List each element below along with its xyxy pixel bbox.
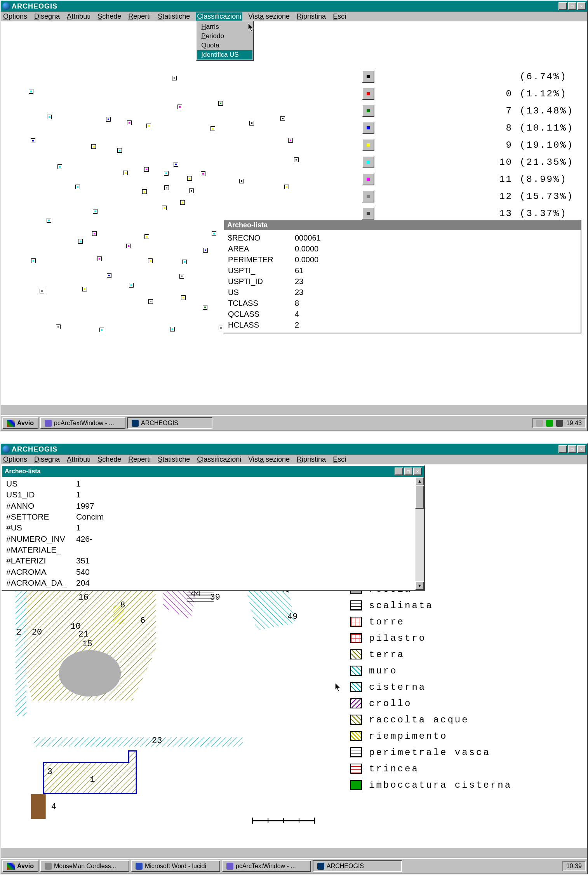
scatter-point[interactable] — [117, 148, 122, 153]
taskbar-task[interactable]: pcArcTextWindow - ... — [222, 860, 311, 872]
scrollbar-vertical[interactable]: ▲ ▼ — [415, 477, 424, 590]
menu-classificazioni[interactable]: Classificazioni Harris Periodo Quota Ide… — [196, 12, 242, 21]
maximize-button[interactable]: ❐ — [568, 2, 576, 10]
taskbar-task[interactable]: ARCHEOGIS — [127, 417, 212, 429]
menu-vista-sezione[interactable]: Vista sezione — [248, 12, 290, 21]
scatter-point[interactable] — [164, 185, 169, 190]
archeo-lista-window[interactable]: Archeo-lista _ □ × US1US1_ID1#ANNO1997#S… — [2, 465, 425, 591]
minimize-button[interactable]: _ — [558, 445, 567, 453]
menu-classificazioni[interactable]: Classificazioni — [197, 455, 241, 464]
scatter-point[interactable] — [78, 239, 83, 244]
titlebar[interactable]: ARCHEOGIS _ ❐ × — [1, 1, 587, 12]
dropdown-periodo[interactable]: Periodo — [197, 31, 252, 41]
scroll-down-icon[interactable]: ▼ — [415, 581, 424, 590]
scatter-point[interactable] — [126, 244, 131, 248]
scatter-point[interactable] — [201, 171, 205, 176]
scatter-point[interactable] — [47, 218, 51, 223]
scatter-point[interactable] — [127, 120, 132, 125]
scatter-point[interactable] — [239, 179, 244, 183]
scatter-point[interactable] — [56, 324, 61, 329]
scatter-point[interactable] — [170, 327, 175, 331]
taskbar-task[interactable]: pcArcTextWindow - ... — [40, 417, 125, 429]
scatter-point[interactable] — [123, 171, 128, 175]
scatter-point[interactable] — [284, 185, 289, 189]
scroll-thumb[interactable] — [415, 485, 424, 509]
scatter-point[interactable] — [144, 234, 149, 239]
archeo-lista-panel[interactable]: Archeo-lista $RECNO000061AREA0.0000PERIM… — [223, 220, 581, 333]
lista-minimize-button[interactable]: _ — [395, 467, 403, 475]
scatter-point[interactable] — [210, 126, 215, 131]
titlebar-2[interactable]: ARCHEOGIS _ ❐ × — [1, 444, 587, 455]
canvas-area[interactable]: (6.74%)0(1.12%)7(13.48%)8(10.11%)9(19.10… — [1, 21, 587, 404]
scroll-up-icon[interactable]: ▲ — [415, 477, 424, 485]
scatter-point[interactable] — [57, 164, 62, 169]
dropdown-identifica-us[interactable]: Identifica US — [197, 50, 252, 59]
menu-attributi[interactable]: Attributi — [67, 455, 90, 464]
scatter-point[interactable] — [219, 326, 223, 330]
maximize-button[interactable]: ❐ — [568, 445, 576, 453]
scatter-point[interactable] — [148, 258, 153, 263]
system-tray[interactable]: 19.43 — [532, 418, 586, 428]
scatter-point[interactable] — [187, 176, 192, 181]
scatter-point[interactable] — [47, 115, 52, 119]
scatter-point[interactable] — [29, 89, 33, 94]
lista-close-button[interactable]: × — [413, 467, 422, 475]
dropdown-quota[interactable]: Quota — [197, 41, 252, 50]
scatter-point[interactable] — [164, 171, 169, 176]
menu-statistiche[interactable]: Statistiche — [158, 455, 190, 464]
scatter-point[interactable] — [91, 144, 96, 149]
menu-ripristina[interactable]: Ripristina — [297, 455, 326, 464]
scatter-point[interactable] — [203, 305, 207, 310]
start-button-2[interactable]: Avvio — [2, 860, 38, 872]
minimize-button[interactable]: _ — [558, 2, 567, 10]
scatter-point[interactable] — [172, 76, 177, 80]
taskbar-task[interactable]: ARCHEOGIS — [313, 860, 402, 872]
scatter-point[interactable] — [31, 138, 35, 143]
menu-esci[interactable]: Esci — [333, 12, 346, 21]
scatter-point[interactable] — [189, 188, 194, 193]
scatter-point[interactable] — [203, 248, 208, 253]
menu-statistiche[interactable]: Statistiche — [158, 12, 190, 21]
scatter-point[interactable] — [144, 167, 149, 172]
scatter-point[interactable] — [129, 283, 134, 288]
menu-schede[interactable]: Schede — [97, 12, 121, 21]
archeo-lista-titlebar[interactable]: Archeo-lista _ □ × — [2, 466, 424, 477]
scatter-point[interactable] — [31, 258, 36, 263]
scatter-point[interactable] — [179, 274, 184, 279]
menu-reperti[interactable]: Reperti — [128, 12, 151, 21]
menu-options[interactable]: Options — [3, 455, 27, 464]
close-button[interactable]: × — [577, 445, 586, 453]
scatter-point[interactable] — [249, 121, 254, 126]
scatter-point[interactable] — [146, 124, 151, 128]
scatter-point[interactable] — [107, 273, 111, 278]
tray-icon-2[interactable] — [546, 420, 553, 427]
scatter-point[interactable] — [181, 295, 186, 300]
canvas-area-2[interactable]: Archeo-lista _ □ × US1US1_ID1#ANNO1997#S… — [1, 464, 587, 847]
scatter-point[interactable] — [82, 287, 87, 291]
scatter-point[interactable] — [92, 231, 97, 236]
close-button[interactable]: × — [577, 2, 586, 10]
scatter-point[interactable] — [174, 162, 178, 167]
start-button[interactable]: Avvio — [2, 417, 38, 429]
menu-disegna[interactable]: Disegna — [34, 455, 60, 464]
scatter-point[interactable] — [180, 200, 185, 205]
scatter-point[interactable] — [162, 206, 167, 210]
menu-attributi[interactable]: Attributi — [67, 12, 90, 21]
menu-ripristina[interactable]: Ripristina — [297, 12, 326, 21]
tray-icon-1[interactable] — [536, 420, 543, 427]
scatter-point[interactable] — [294, 157, 299, 162]
dropdown-harris[interactable]: Harris — [197, 22, 252, 31]
scatter-point[interactable] — [177, 105, 182, 109]
menu-options[interactable]: Options — [3, 12, 27, 21]
scatter-point[interactable] — [106, 117, 111, 122]
scatter-point[interactable] — [280, 116, 285, 121]
tray-icon-3[interactable] — [556, 420, 563, 427]
scatter-point[interactable] — [212, 231, 216, 236]
scatter-point[interactable] — [40, 289, 44, 293]
scatter-point[interactable] — [182, 260, 187, 264]
taskbar-task[interactable]: Microsoft Word - lucidi — [131, 860, 220, 872]
system-tray-2[interactable]: 10.39 — [562, 861, 586, 871]
taskbar-task[interactable]: MouseMan Cordless... — [40, 860, 129, 872]
menu-schede[interactable]: Schede — [97, 455, 121, 464]
lista-maximize-button[interactable]: □ — [404, 467, 412, 475]
